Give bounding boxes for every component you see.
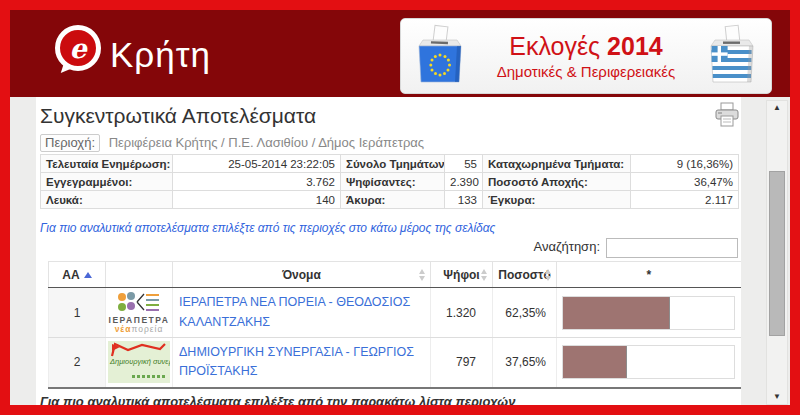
detailed-results-link[interactable]: Για πιο αναλυτικά αποτελέσματα επιλέξτε … [40,221,495,235]
result-row: 1 ΙΕΡΑΠΕΤΡΑ νέαπορεία [49,288,741,338]
column-header-votes[interactable]: Ψήφοι [431,262,493,288]
stat-value: 9 (16,36%) [631,155,739,173]
bottom-note: Για πιο αναλυτικά αποτελέσματα επιλέξτε … [40,394,515,405]
results-header-row: ΑΑ Όνομα Ψήφοι Ποσοστό * [49,262,741,288]
party-result-link[interactable]: ΔΗΜΙΟΥΡΓΙΚΗ ΣΥΝΕΡΓΑΣΙΑ - ΓΕΩΡΓΙΟΣ ΠΡΟΪΣΤ… [173,343,430,382]
search-input[interactable] [606,238,738,258]
header-band: e Κρήτη Εκλογές 2014 Δημοτικές & [10,10,790,97]
elections-banner[interactable]: Εκλογές 2014 Δημοτικές & Περιφερειακές [400,18,772,94]
column-header-aa[interactable]: ΑΑ [49,262,106,288]
party-logo-script-text: Δημιουργική συνεργασία [110,357,168,366]
banner-title: Εκλογές 2014 [469,32,703,61]
sort-both-icon [419,269,425,281]
party-logo-cell: ΙΕΡΑΠΕΤΡΑ νέαπορεία [106,288,173,338]
stat-value: 55 [445,155,483,173]
party-logo-dimiourgiki-synergasia: Δημιουργική συνεργασία [108,341,170,383]
stat-value: 36,47% [631,173,739,191]
stat-label: Σύνολο Τμημάτων: [341,155,445,173]
result-bar-track [562,296,735,330]
logo-letter: e [60,30,96,66]
stat-label: Ψηφίσαντες: [341,173,445,191]
stat-value: 2.117 [631,191,739,209]
stat-label: Έγκυρα: [483,191,631,209]
content-region: Συγκεντρωτικά Αποτελέσματα Περιοχή: Περι… [10,97,790,405]
result-row: 2 Δημιουργική συνεργασία ΔΗΜΙΟΥΡΓΙΚΗ [49,338,741,388]
logo-text: Κρήτη [110,35,211,75]
rank-cell: 2 [49,338,106,388]
sort-ascending-icon [84,272,92,278]
site-logo[interactable]: e Κρήτη [55,21,211,75]
breadcrumb-label: Περιοχή: [40,134,100,152]
party-name-cell: ΔΗΜΙΟΥΡΓΙΚΗ ΣΥΝΕΡΓΑΣΙΑ - ΓΕΩΡΓΙΟΣ ΠΡΟΪΣΤ… [173,338,431,388]
percent-cell: 37,65% [493,338,557,388]
stat-value: 133 [445,191,483,209]
print-icon[interactable] [713,102,741,128]
scrollbar-up-arrow-icon[interactable]: ▲ [767,102,787,114]
party-logo-flag-icon [108,341,170,357]
bar-chart-cell [557,338,741,388]
summary-stats-table: Τελευταία Ενημέρωση: 25-05-2014 23:22:05… [40,154,739,209]
result-bar [563,297,670,329]
stat-label: Λευκά: [41,191,173,209]
stats-row: Τελευταία Ενημέρωση: 25-05-2014 23:22:05… [41,155,739,173]
logo-speech-bubble-icon: e [55,25,101,71]
party-logo-subline [132,375,166,378]
column-header-pct[interactable]: Ποσοστό [493,262,557,288]
party-logo-cell: Δημιουργική συνεργασία [106,338,173,388]
rank-cell: 1 [49,288,106,338]
search-area: Αναζήτηση: [36,238,738,258]
stats-row: Λευκά: 140 Άκυρα: 133 Έγκυρα: 2.117 [41,191,739,209]
votes-cell: 797 [431,338,493,388]
scrollbar-thumb[interactable] [769,171,785,336]
breadcrumb: Περιοχή: Περιφέρεια Κρήτης / Π.Ε. Λασιθί… [40,134,424,152]
party-logo-text2: νέαπορεία [107,325,171,334]
banner-text: Εκλογές 2014 Δημοτικές & Περιφερειακές [469,32,703,80]
party-logo-circles-icon [116,291,162,313]
stat-label: Καταχωρημένα Τμήματα: [483,155,631,173]
eu-ballot-box-icon [411,24,469,88]
stat-label: Τελευταία Ενημέρωση: [41,155,173,173]
main-panel: Συγκεντρωτικά Αποτελέσματα Περιοχή: Περι… [36,97,741,405]
stat-label: Εγγεγραμμένοι: [41,173,173,191]
stats-row: Εγγεγραμμένοι: 3.762 Ψηφίσαντες: 2.390 Π… [41,173,739,191]
sort-both-icon [545,269,551,281]
stat-label: Ποσοστό Αποχής: [483,173,631,191]
votes-cell: 1.320 [431,288,493,338]
stat-value: 25-05-2014 23:22:05 [173,155,341,173]
bar-chart-cell [557,288,741,338]
breadcrumb-path: Περιφέρεια Κρήτης / Π.Ε. Λασιθίου / Δήμο… [109,135,424,150]
percent-cell: 62,35% [493,288,557,338]
column-header-name[interactable]: Όνομα [173,262,431,288]
sort-both-icon [481,269,487,281]
greek-ballot-box-icon [703,24,761,88]
scrollbar-down-arrow-icon[interactable]: ▼ [767,391,787,403]
vertical-scrollbar[interactable]: ▲ ▼ [766,100,788,405]
party-logo-ierapetra-nea-poreia: ΙΕΡΑΠΕΤΡΑ νέαπορεία [107,291,171,335]
page-frame: e Κρήτη Εκλογές 2014 Δημοτικές & [0,0,800,415]
result-bar-track [562,345,735,379]
stat-value: 3.762 [173,173,341,191]
column-header-chart[interactable]: * [557,262,741,288]
stat-label: Άκυρα: [341,191,445,209]
page-title: Συγκεντρωτικά Αποτελέσματα [40,104,316,128]
stat-value: 140 [173,191,341,209]
result-bar [563,346,627,378]
stat-value: 2.390 [445,173,483,191]
party-name-cell: ΙΕΡΑΠΕΤΡΑ ΝΕΑ ΠΟΡΕΙΑ - ΘΕΟΔΟΣΙΟΣ ΚΑΛΑΝΤΖ… [173,288,431,338]
party-result-link[interactable]: ΙΕΡΑΠΕΤΡΑ ΝΕΑ ΠΟΡΕΙΑ - ΘΕΟΔΟΣΙΟΣ ΚΑΛΑΝΤΖ… [173,293,430,332]
search-label: Αναζήτηση: [534,239,600,254]
results-table: ΑΑ Όνομα Ψήφοι Ποσοστό * 1 [48,261,741,389]
column-header-logo[interactable] [106,262,173,288]
banner-subtitle: Δημοτικές & Περιφερειακές [469,63,703,80]
